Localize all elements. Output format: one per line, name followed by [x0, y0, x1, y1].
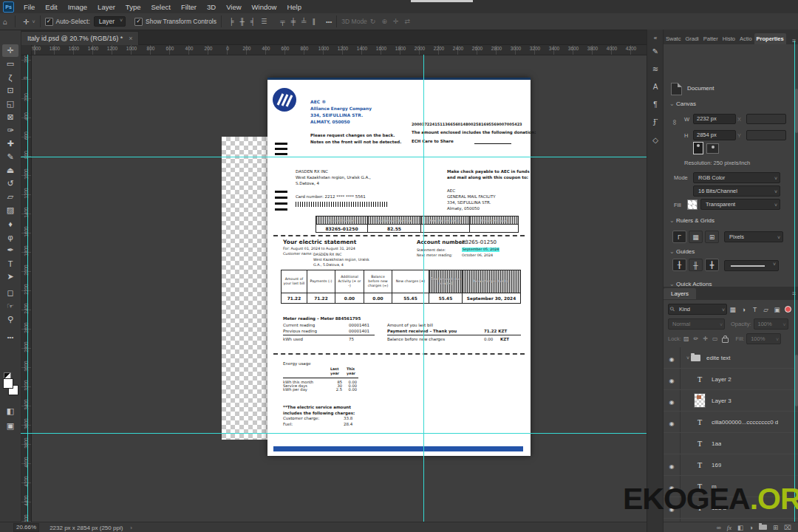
bit-depth-dropdown[interactable]: 16 Bits/Channel — [693, 185, 780, 197]
canvas-viewport[interactable]: AEC ® Alliance Energy Company334, SEIFUL… — [31, 55, 647, 522]
fill-field[interactable]: 100% — [746, 333, 781, 344]
visibility-toggle[interactable] — [664, 369, 681, 389]
layer-row[interactable]: T Layer 2 — [664, 369, 798, 390]
layer-mask-icon[interactable]: ◧ — [734, 524, 746, 531]
path-selection-tool[interactable]: ➤ — [2, 270, 18, 283]
align-icon[interactable]: ╡ — [248, 18, 258, 25]
layers-panel-tab[interactable]: Layers — [664, 288, 696, 299]
clone-source-panel-icon[interactable]: ≋ — [650, 64, 661, 74]
layer-row[interactable]: T cilla000000...cccccccc0 d — [664, 412, 798, 433]
rulers-grids-section-header[interactable]: Rulers & Grids — [669, 217, 715, 224]
ruler-origin-corner[interactable] — [21, 44, 32, 55]
align-icon[interactable]: ☰ — [258, 18, 270, 25]
filter-type-icon[interactable]: T — [749, 304, 760, 314]
menu-item[interactable]: Layer — [92, 3, 120, 11]
lock-guides-button[interactable]: ╫ — [689, 259, 703, 271]
lock-all-icon[interactable] — [722, 338, 729, 343]
visibility-toggle[interactable] — [664, 390, 681, 411]
menu-item[interactable]: File — [18, 3, 40, 11]
filter-image-icon[interactable]: ▦ — [727, 304, 738, 314]
horizontal-ruler[interactable]: 2000180016001400120010008006004002000200… — [31, 44, 647, 55]
bill-document[interactable]: AEC ® Alliance Energy Company334, SEIFUL… — [267, 78, 531, 456]
layer-name[interactable]: cilla000000...cccccccc0 d — [712, 419, 778, 426]
visibility-toggle[interactable] — [664, 412, 681, 432]
properties-scrollbar[interactable] — [795, 89, 798, 133]
menu-item[interactable]: Type — [120, 3, 146, 11]
document-tab[interactable]: Italy id.psd @ 20.7% (RGB/16) * × — [21, 31, 139, 45]
distribute-icon[interactable]: ╤ — [277, 18, 287, 25]
foreground-color-swatch[interactable] — [3, 378, 13, 389]
toggle-pixel-grid-button[interactable]: ⊞ — [705, 231, 719, 243]
gradient-tool[interactable]: ▨ — [2, 204, 18, 216]
dodge-tool[interactable]: φ — [2, 231, 18, 243]
auto-select-checkbox[interactable] — [45, 18, 53, 26]
move-tool-preset-icon[interactable]: ✛ — [20, 18, 32, 26]
filter-shape-icon[interactable]: ▱ — [760, 304, 771, 314]
guide-style-dropdown[interactable] — [724, 260, 779, 271]
link-layers-icon[interactable]: ∞ — [714, 524, 724, 531]
color-mode-dropdown[interactable]: RGB Color — [693, 172, 780, 183]
pen-tool[interactable]: ✒ — [2, 244, 18, 256]
fill-swatch[interactable] — [687, 200, 698, 210]
layer-name[interactable]: Layer 3 — [712, 398, 732, 404]
marquee-tool[interactable]: ▭ — [2, 58, 18, 70]
blend-mode-dropdown[interactable]: Normal — [668, 318, 725, 330]
edit-toolbar-icon[interactable]: ••• — [2, 331, 18, 344]
align-icon[interactable]: ╫ — [236, 18, 247, 25]
layers-scrollbar[interactable] — [795, 355, 798, 406]
layer-row[interactable]: T 1aa — [664, 433, 798, 454]
quick-mask-icon[interactable]: ◧ — [2, 405, 18, 417]
layer-name[interactable]: 1aa — [712, 440, 721, 447]
visibility-toggle[interactable] — [664, 454, 681, 475]
panel-tab[interactable]: Patter — [701, 33, 720, 44]
filter-smart-object-icon[interactable]: ▣ — [771, 304, 782, 314]
width-field[interactable]: 2232 px — [693, 114, 736, 124]
guides-section-header[interactable]: Guides — [669, 248, 695, 255]
crop-tool[interactable]: ◱ — [2, 98, 18, 110]
zoom-tool[interactable]: ⚲ — [2, 313, 18, 326]
frame-tool[interactable]: ⊠ — [2, 111, 18, 123]
home-icon[interactable]: ⌂ — [0, 18, 10, 26]
move-tool[interactable]: ✛ — [2, 44, 18, 57]
blur-tool[interactable]: ♦ — [2, 217, 18, 230]
shape-tool[interactable]: ◻ — [2, 287, 18, 299]
layer-row[interactable]: T 169 — [664, 454, 798, 476]
type-tool[interactable]: T — [2, 257, 18, 270]
panel-tab[interactable]: Actio — [737, 33, 754, 44]
horizontal-guide[interactable] — [21, 157, 647, 157]
distribute-icon[interactable]: ╪ — [288, 18, 299, 25]
hand-tool[interactable]: ☞ — [2, 300, 18, 313]
landscape-orientation-button[interactable] — [706, 143, 719, 154]
align-icon[interactable]: ╞ — [226, 18, 236, 25]
color-swatches[interactable] — [3, 375, 18, 398]
toggle-rulers-button[interactable]: Γ — [672, 231, 686, 243]
toggle-grid-button[interactable]: ▦ — [689, 231, 703, 243]
lock-transparency-icon[interactable]: ▨ — [681, 335, 692, 342]
close-tab-icon[interactable]: × — [129, 35, 132, 42]
portrait-orientation-button[interactable] — [693, 142, 703, 154]
height-field[interactable]: 2854 px — [693, 130, 736, 140]
panel-tab[interactable]: Swatc — [664, 33, 683, 44]
canvas-section-header[interactable]: Canvas — [669, 100, 696, 107]
brush-settings-panel-icon[interactable]: ✎ — [650, 46, 661, 56]
filter-toggle-icon[interactable] — [785, 306, 791, 313]
vertical-guide[interactable] — [423, 55, 424, 522]
object-selection-tool[interactable]: ⊡ — [2, 84, 18, 97]
delete-layer-icon[interactable]: ⌧ — [781, 524, 794, 531]
lasso-tool[interactable]: ζ — [2, 71, 18, 83]
show-transform-checkbox[interactable] — [134, 18, 143, 26]
libraries-panel-icon[interactable]: ◇ — [650, 134, 661, 145]
new-layer-icon[interactable]: ⊞ — [770, 524, 781, 531]
collapse-panels-icon[interactable]: « — [650, 33, 661, 43]
paragraph-panel-icon[interactable]: ¶ — [650, 99, 661, 109]
layer-name[interactable]: edite text — [706, 355, 730, 361]
glyphs-panel-icon[interactable]: Ꞙ — [650, 117, 661, 127]
eyedropper-tool[interactable]: ✑ — [2, 124, 18, 137]
distribute-icon[interactable]: ╧ — [299, 18, 309, 25]
panel-tab[interactable]: Gradi — [683, 33, 700, 44]
panel-tab[interactable]: Histo — [720, 33, 737, 44]
menu-item[interactable]: 3D — [202, 3, 221, 11]
zoom-level-field[interactable]: 20.66% — [13, 523, 39, 532]
fill-dropdown[interactable]: Transparent — [700, 199, 780, 210]
character-panel-icon[interactable]: A — [650, 81, 661, 92]
